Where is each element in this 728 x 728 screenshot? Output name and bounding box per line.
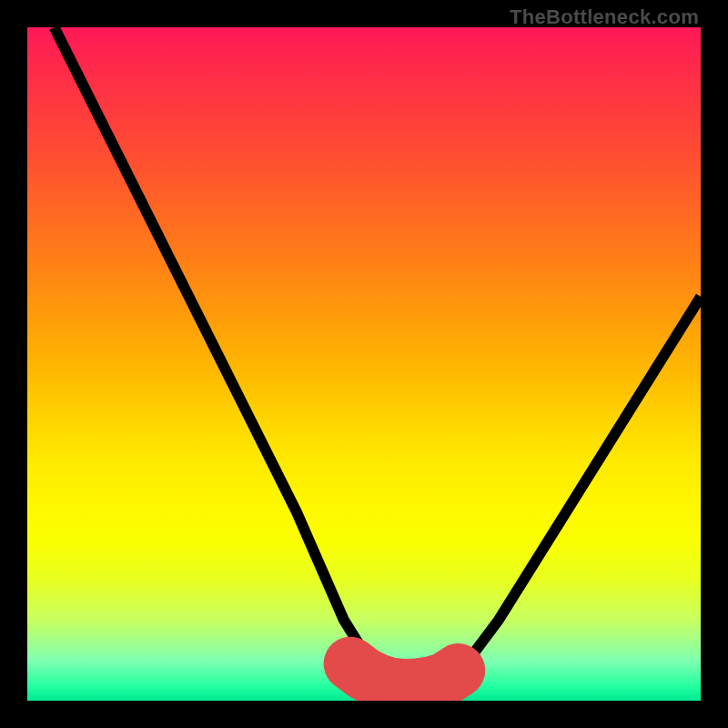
chart-lines [27, 27, 701, 701]
watermark-text: TheBottleneck.com [510, 5, 699, 29]
chart-container: TheBottleneck.com [0, 0, 728, 728]
main-curve [55, 27, 701, 687]
accent-segment [350, 663, 458, 685]
